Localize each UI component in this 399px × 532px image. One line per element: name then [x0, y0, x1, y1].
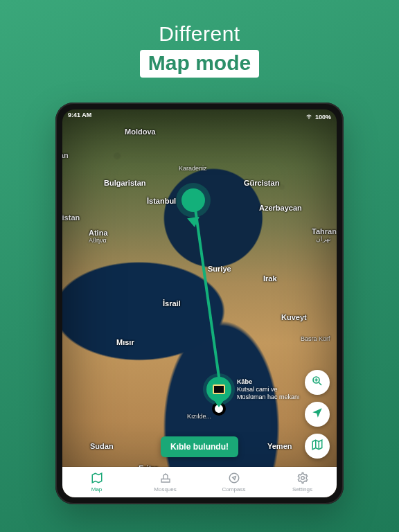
map-icon	[311, 438, 323, 454]
tab-mosques-label: Mosques	[154, 486, 176, 493]
place-moldova: Moldova	[125, 127, 156, 136]
device-screen: 9:41 AM 100% Moldova stan Bulgaristan Ka…	[62, 109, 337, 497]
location-arrow-icon	[311, 407, 323, 422]
place-yemen: Yemen	[267, 442, 292, 450]
tab-compass-label: Compass	[222, 486, 246, 493]
zoom-button[interactable]	[305, 370, 330, 395]
compass-icon	[228, 472, 240, 486]
status-battery: 100%	[315, 114, 331, 121]
place-kuveyt: Kuveyt	[281, 313, 307, 321]
tab-compass[interactable]: Compass	[200, 467, 268, 497]
place-sudan: Sudan	[90, 442, 114, 450]
place-kizildeniz: Kızılde...	[187, 413, 211, 420]
kaaba-label: Kâbe Kutsal cami ve Müslüman hac mekanı	[237, 378, 300, 401]
map-tab-icon	[91, 472, 103, 486]
locate-button[interactable]	[305, 402, 330, 427]
direction-arrow-icon	[187, 217, 201, 228]
tab-settings[interactable]: Settings	[268, 467, 337, 497]
map-controls	[305, 370, 330, 459]
place-suriye: Suriye	[208, 265, 231, 273]
kaaba-subtitle: Kutsal cami ve Müslüman hac mekanı	[237, 386, 300, 401]
user-location-marker[interactable]	[181, 188, 205, 212]
tab-bar: Map Mosques Compass Settings	[62, 467, 337, 497]
place-tahran: Tahran	[312, 227, 337, 236]
place-karadeniz: Karadeniz	[179, 165, 207, 172]
mosque-icon	[159, 472, 172, 486]
place-basra: Basra Körf	[301, 335, 330, 342]
device-frame: 9:41 AM 100% Moldova stan Bulgaristan Ka…	[55, 103, 344, 504]
map-layer-button[interactable]	[305, 434, 330, 459]
place-bulgaristan: Bulgaristan	[104, 179, 146, 187]
svg-line-1	[319, 382, 321, 385]
place-misir: Mısır	[116, 338, 134, 346]
tab-mosques[interactable]: Mosques	[131, 467, 200, 497]
place-atina: Atina	[89, 229, 108, 237]
headline-line-1: Different	[0, 22, 399, 46]
kaaba-icon	[213, 384, 225, 394]
svg-point-4	[229, 473, 239, 483]
place-hanistan: hanistan	[62, 213, 80, 222]
place-tahran-sub: تهران	[316, 236, 331, 242]
status-bar: 9:41 AM 100%	[62, 109, 337, 122]
kaaba-title: Kâbe	[237, 378, 300, 386]
tab-settings-label: Settings	[292, 486, 312, 493]
place-istanbul: İstanbul	[147, 197, 176, 205]
place-gurcistan: Gürcistan	[244, 179, 279, 187]
status-time: 9:41 AM	[68, 112, 91, 122]
place-azerbaycan: Azerbaycan	[259, 204, 302, 212]
tab-map[interactable]: Map	[62, 467, 131, 497]
wifi-icon	[305, 113, 312, 121]
headline-line-2: Map mode	[140, 50, 259, 78]
place-stan: stan	[62, 151, 69, 159]
qibla-found-toast: Kıble bulundu!	[161, 436, 238, 457]
svg-point-5	[301, 477, 304, 480]
kaaba-pin[interactable]	[206, 377, 231, 402]
place-atina-sub: Αθήνα	[89, 237, 107, 244]
gear-icon	[296, 472, 309, 486]
place-israil: İsrail	[163, 299, 181, 308]
marketing-headline: Different Map mode	[0, 22, 399, 78]
tab-map-label: Map	[91, 486, 103, 493]
zoom-in-icon	[311, 375, 323, 390]
place-irak: Irak	[263, 274, 277, 283]
